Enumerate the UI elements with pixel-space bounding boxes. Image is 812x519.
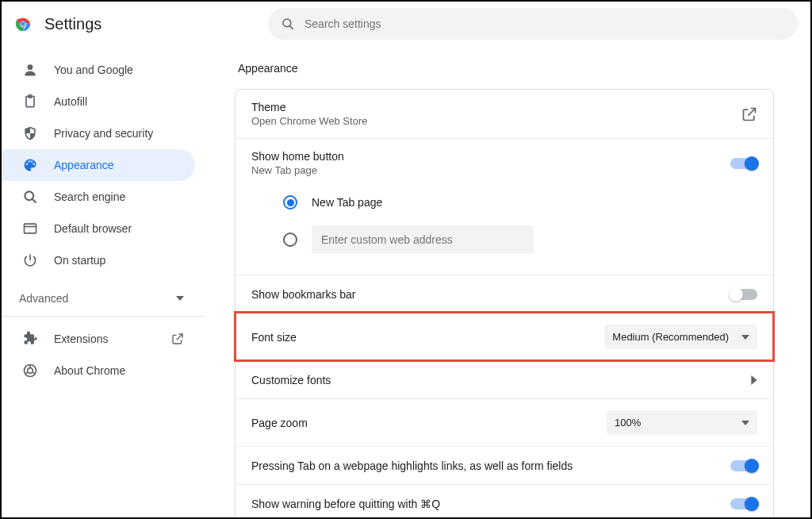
- home-button-label: Show home button: [251, 150, 344, 163]
- nav-advanced[interactable]: Advanced: [2, 281, 205, 317]
- svg-point-7: [25, 191, 33, 200]
- row-tab-highlights: Pressing Tab on a webpage highlights lin…: [236, 446, 773, 484]
- warn-quit-toggle[interactable]: [730, 498, 757, 509]
- search-icon: [22, 189, 38, 205]
- svg-point-4: [283, 19, 291, 27]
- row-customize-fonts[interactable]: Customize fonts: [236, 360, 773, 398]
- nav-label: Autofill: [54, 95, 87, 108]
- nav-label: Search engine: [54, 190, 125, 203]
- customize-fonts-label: Customize fonts: [251, 374, 331, 386]
- svg-line-8: [33, 199, 36, 203]
- person-icon: [22, 62, 38, 78]
- open-external-icon: [171, 333, 184, 345]
- settings-title: Settings: [44, 15, 102, 33]
- row-theme[interactable]: Theme Open Chrome Web Store: [236, 90, 773, 138]
- home-button-options: New Tab page: [236, 187, 773, 275]
- nav-appearance[interactable]: Appearance: [2, 149, 195, 181]
- nav-on-startup[interactable]: On startup: [2, 244, 195, 276]
- shield-icon: [22, 125, 38, 141]
- power-icon: [22, 252, 38, 268]
- nav-autofill[interactable]: Autofill: [2, 86, 195, 117]
- bookmarks-bar-label: Show bookmarks bar: [251, 288, 356, 301]
- nav-default-browser[interactable]: Default browser: [2, 213, 195, 244]
- tab-highlights-toggle[interactable]: [730, 460, 757, 471]
- chevron-down-icon: [741, 335, 749, 340]
- chevron-right-icon: [751, 375, 757, 385]
- svg-line-5: [289, 25, 293, 29]
- theme-sub: Open Chrome Web Store: [251, 115, 367, 127]
- sidebar: You and Google Autofill Privacy and secu…: [2, 46, 205, 517]
- svg-point-3: [21, 22, 25, 26]
- row-font-size: Font size Medium (Recommended): [236, 313, 773, 360]
- chrome-logo-icon: [14, 15, 32, 33]
- nav-label: You and Google: [54, 63, 133, 76]
- home-button-sub: New Tab page: [251, 164, 344, 176]
- page-zoom-label: Page zoom: [251, 417, 308, 429]
- home-button-toggle[interactable]: [730, 158, 757, 169]
- search-icon: [281, 17, 295, 31]
- nav-extensions[interactable]: Extensions: [2, 323, 205, 355]
- row-page-zoom: Page zoom 100%: [236, 398, 773, 446]
- theme-label: Theme: [251, 101, 367, 113]
- chevron-down-icon: [741, 421, 749, 425]
- nav-label: Default browser: [54, 222, 132, 235]
- palette-icon: [22, 157, 38, 173]
- svg-rect-9: [25, 224, 36, 233]
- nav-about-chrome[interactable]: About Chrome: [2, 355, 205, 386]
- page-title: Appearance: [235, 62, 774, 75]
- svg-line-14: [25, 372, 29, 375]
- svg-line-15: [33, 372, 36, 375]
- nav-label: On startup: [54, 254, 105, 267]
- bookmarks-bar-toggle[interactable]: [730, 289, 757, 300]
- search-input[interactable]: [304, 17, 785, 30]
- warn-quit-label: Show warning before quitting with ⌘Q: [251, 498, 440, 510]
- open-external-icon[interactable]: [741, 106, 757, 122]
- nav-search-engine[interactable]: Search engine: [2, 181, 195, 213]
- tab-highlights-label: Pressing Tab on a webpage highlights lin…: [251, 459, 573, 472]
- row-warn-quit: Show warning before quitting with ⌘Q: [236, 484, 773, 517]
- clipboard-icon: [22, 94, 38, 110]
- browser-window-icon: [22, 221, 38, 236]
- font-size-dropdown[interactable]: Medium (Recommended): [604, 325, 757, 349]
- radio-new-tab[interactable]: [283, 195, 297, 210]
- custom-url-input[interactable]: [312, 225, 534, 254]
- nav-label: About Chrome: [54, 364, 125, 377]
- search-settings-bar[interactable]: [268, 8, 798, 40]
- nav-label: Appearance: [54, 159, 114, 171]
- font-size-label: Font size: [251, 331, 297, 344]
- row-bookmarks-bar: Show bookmarks bar: [236, 275, 773, 313]
- nav-you-and-google[interactable]: You and Google: [2, 54, 195, 86]
- chevron-down-icon: [176, 294, 184, 302]
- svg-point-6: [28, 64, 33, 70]
- nav-privacy-security[interactable]: Privacy and security: [2, 117, 195, 149]
- page-zoom-value: 100%: [615, 417, 641, 429]
- font-size-value: Medium (Recommended): [612, 331, 729, 343]
- radio-custom-url[interactable]: [283, 233, 297, 247]
- page-zoom-dropdown[interactable]: 100%: [607, 410, 757, 435]
- radio-new-tab-label: New Tab page: [312, 196, 382, 209]
- chrome-outline-icon: [22, 363, 38, 379]
- nav-label: Privacy and security: [54, 127, 153, 140]
- nav-label: Extensions: [54, 333, 108, 345]
- appearance-card: Theme Open Chrome Web Store Show home bu…: [235, 89, 774, 517]
- row-home-button: Show home button New Tab page: [236, 138, 773, 187]
- advanced-label: Advanced: [19, 292, 68, 305]
- extension-icon: [22, 331, 38, 347]
